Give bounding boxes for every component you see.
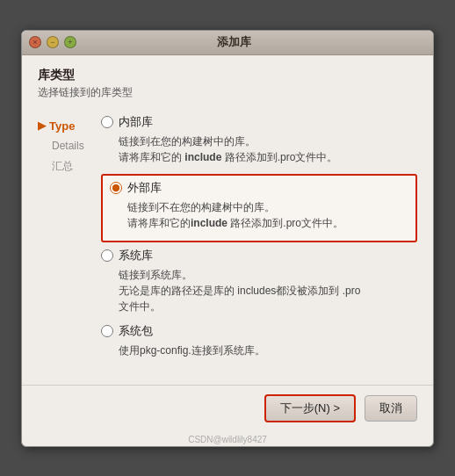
cancel-button[interactable]: 取消 bbox=[365, 395, 417, 422]
dialog-content: 库类型 选择链接到的库类型 ▶ Type Details 汇总 bbox=[22, 55, 433, 379]
titlebar: × − + 添加库 bbox=[22, 31, 433, 55]
section-subtitle: 选择链接到的库类型 bbox=[38, 85, 417, 100]
desc-system: 链接到系统库。 无论是库的路径还是库的 includes都没被添加到 .pro … bbox=[119, 267, 417, 314]
dialog-footer: 下一步(N) > 取消 bbox=[22, 385, 433, 435]
label-pkg[interactable]: 系统包 bbox=[119, 323, 153, 339]
radio-pkg[interactable] bbox=[101, 325, 113, 337]
radio-system[interactable] bbox=[101, 249, 113, 262]
desc-internal: 链接到在您的构建树中的库。 请将库和它的 include 路径添加到.pro文件… bbox=[119, 133, 417, 165]
next-button[interactable]: 下一步(N) > bbox=[264, 394, 356, 422]
window-controls: × − + bbox=[29, 36, 76, 48]
sidebar-item-details: Details bbox=[38, 136, 101, 155]
desc-pkg: 使用pkg-config.连接到系统库。 bbox=[119, 343, 417, 358]
radio-row-system: 系统库 bbox=[101, 248, 417, 263]
sidebar-item-summary: 汇总 bbox=[38, 155, 101, 177]
add-library-dialog: × − + 添加库 库类型 选择链接到的库类型 ▶ Type Details 汇… bbox=[21, 30, 434, 447]
sidebar-summary-label: 汇总 bbox=[52, 160, 73, 172]
label-internal[interactable]: 内部库 bbox=[119, 114, 153, 130]
chevron-icon: ▶ bbox=[38, 119, 46, 132]
sidebar-item-type[interactable]: ▶ Type bbox=[38, 116, 101, 136]
maximize-button[interactable]: + bbox=[64, 36, 76, 48]
sidebar: ▶ Type Details 汇总 bbox=[38, 114, 101, 367]
option-pkg: 系统包 使用pkg-config.连接到系统库。 bbox=[101, 323, 417, 358]
radio-row-internal: 内部库 bbox=[101, 114, 417, 130]
option-internal: 内部库 链接到在您的构建树中的库。 请将库和它的 include 路径添加到.p… bbox=[101, 114, 417, 165]
sidebar-type-label: Type bbox=[49, 119, 75, 133]
main-layout: ▶ Type Details 汇总 内部库 bbox=[38, 114, 417, 367]
label-external[interactable]: 外部库 bbox=[127, 180, 162, 196]
window-title: 添加库 bbox=[85, 34, 382, 50]
radio-external[interactable] bbox=[110, 182, 122, 194]
option-external-box: 外部库 链接到不在您的构建树中的库。 请将库和它的include 路径添加到.p… bbox=[101, 174, 417, 242]
radio-row-external: 外部库 bbox=[110, 180, 408, 196]
watermark: CSDN@wildlily8427 bbox=[22, 435, 433, 446]
radio-internal[interactable] bbox=[101, 116, 113, 128]
section-title: 库类型 bbox=[38, 68, 417, 83]
radio-row-pkg: 系统包 bbox=[101, 323, 417, 339]
label-system[interactable]: 系统库 bbox=[119, 248, 153, 263]
options-area: 内部库 链接到在您的构建树中的库。 请将库和它的 include 路径添加到.p… bbox=[101, 114, 417, 367]
close-button[interactable]: × bbox=[29, 36, 41, 48]
option-system: 系统库 链接到系统库。 无论是库的路径还是库的 includes都没被添加到 .… bbox=[101, 248, 417, 314]
desc-external: 链接到不在您的构建树中的库。 请将库和它的include 路径添加到.pro文件… bbox=[127, 199, 408, 231]
minimize-button[interactable]: − bbox=[47, 36, 59, 48]
sidebar-details-label: Details bbox=[52, 140, 84, 152]
